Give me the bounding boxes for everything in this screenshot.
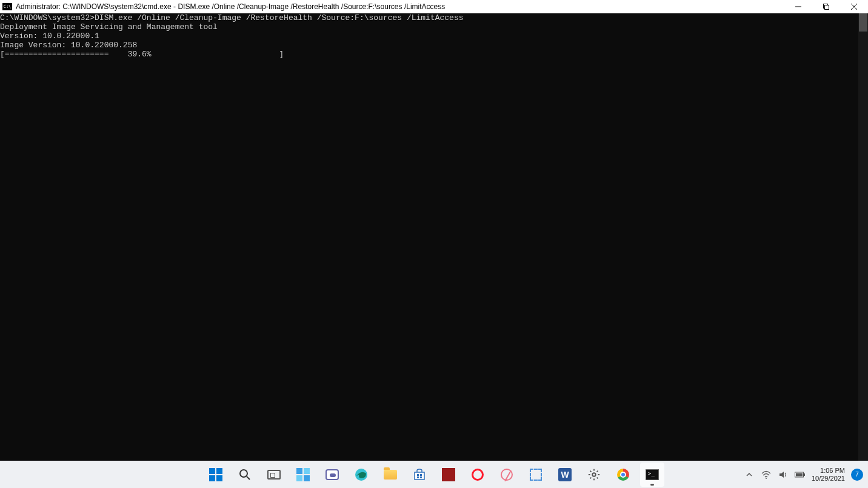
tray-chevron-icon[interactable] bbox=[744, 469, 755, 480]
chrome-icon bbox=[616, 467, 630, 482]
window-title: Administrator: C:\WINDOWS\system32\cmd.e… bbox=[16, 2, 445, 11]
clock-time: 1:06 PM bbox=[812, 467, 845, 475]
taskbar-file-explorer[interactable] bbox=[378, 463, 402, 487]
minimize-button[interactable] bbox=[784, 0, 812, 13]
terminal-line: Deployment Image Servicing and Managemen… bbox=[0, 22, 858, 32]
taskbar-snip[interactable] bbox=[524, 463, 548, 487]
snip-icon bbox=[529, 467, 543, 482]
taskbar-app-red[interactable] bbox=[436, 463, 461, 487]
svg-rect-2 bbox=[825, 5, 829, 10]
volume-icon[interactable] bbox=[778, 469, 789, 480]
taskbar-task-view[interactable] bbox=[262, 463, 286, 487]
chat-icon bbox=[325, 467, 339, 482]
task-view-icon bbox=[267, 467, 281, 482]
search-icon bbox=[238, 467, 252, 482]
start-icon bbox=[209, 467, 223, 482]
taskbar-center: W bbox=[204, 463, 664, 487]
terminal-line: Image Version: 10.0.22000.258 bbox=[0, 41, 858, 50]
opera-icon bbox=[470, 467, 485, 482]
taskbar-settings[interactable] bbox=[582, 463, 606, 487]
svg-rect-10 bbox=[417, 476, 419, 478]
taskbar-widgets[interactable] bbox=[291, 463, 315, 487]
titlebar[interactable]: C:\ Administrator: C:\WINDOWS\system32\c… bbox=[0, 0, 868, 13]
edge-icon bbox=[354, 467, 369, 482]
svg-point-5 bbox=[240, 470, 247, 477]
terminal-line: [====================== 39.6% ] bbox=[0, 50, 858, 59]
taskbar-app-pink[interactable] bbox=[495, 463, 519, 487]
microsoft-store-icon bbox=[412, 467, 427, 482]
file-explorer-icon bbox=[383, 467, 398, 482]
clock[interactable]: 1:06 PM 10/29/2021 bbox=[812, 467, 845, 483]
svg-point-12 bbox=[592, 473, 596, 476]
terminal-window: C:\WINDOWS\system32>DISM.exe /Online /Cl… bbox=[0, 13, 868, 461]
scroll-thumb[interactable] bbox=[859, 13, 867, 32]
app-red-icon bbox=[441, 467, 456, 482]
app-pink-icon bbox=[499, 467, 514, 482]
svg-line-6 bbox=[247, 476, 250, 480]
battery-icon[interactable] bbox=[795, 469, 806, 480]
terminal-output[interactable]: C:\WINDOWS\system32>DISM.exe /Online /Cl… bbox=[0, 13, 858, 461]
taskbar-search[interactable] bbox=[233, 463, 257, 487]
taskbar-cmd[interactable] bbox=[640, 463, 664, 487]
svg-rect-8 bbox=[417, 474, 419, 476]
svg-rect-16 bbox=[796, 473, 803, 476]
clock-date: 10/29/2021 bbox=[812, 475, 845, 483]
word-icon: W bbox=[558, 467, 572, 482]
taskbar-start[interactable] bbox=[204, 463, 228, 487]
wifi-icon[interactable] bbox=[761, 469, 772, 480]
cmd-icon: C:\ bbox=[2, 3, 12, 10]
taskbar-microsoft-store[interactable] bbox=[407, 463, 432, 487]
scrollbar[interactable] bbox=[858, 13, 868, 461]
system-tray: 1:06 PM 10/29/2021 7 bbox=[744, 467, 863, 483]
taskbar-edge[interactable] bbox=[349, 463, 373, 487]
taskbar: W 1:06 PM 10/29/2021 7 bbox=[0, 461, 868, 488]
taskbar-chat[interactable] bbox=[320, 463, 344, 487]
notification-badge[interactable]: 7 bbox=[851, 469, 863, 481]
svg-rect-15 bbox=[804, 473, 805, 476]
taskbar-opera[interactable] bbox=[466, 463, 490, 487]
svg-point-13 bbox=[766, 478, 767, 479]
widgets-icon bbox=[296, 467, 310, 482]
cmd-icon bbox=[645, 467, 659, 482]
close-button[interactable] bbox=[840, 0, 868, 13]
maximize-button[interactable] bbox=[812, 0, 840, 13]
settings-icon bbox=[587, 467, 601, 482]
taskbar-word[interactable]: W bbox=[553, 463, 577, 487]
taskbar-chrome[interactable] bbox=[611, 463, 635, 487]
terminal-line: C:\WINDOWS\system32>DISM.exe /Online /Cl… bbox=[0, 13, 858, 22]
svg-rect-9 bbox=[420, 474, 422, 476]
terminal-line: Version: 10.0.22000.1 bbox=[0, 32, 858, 41]
svg-rect-11 bbox=[420, 476, 422, 478]
